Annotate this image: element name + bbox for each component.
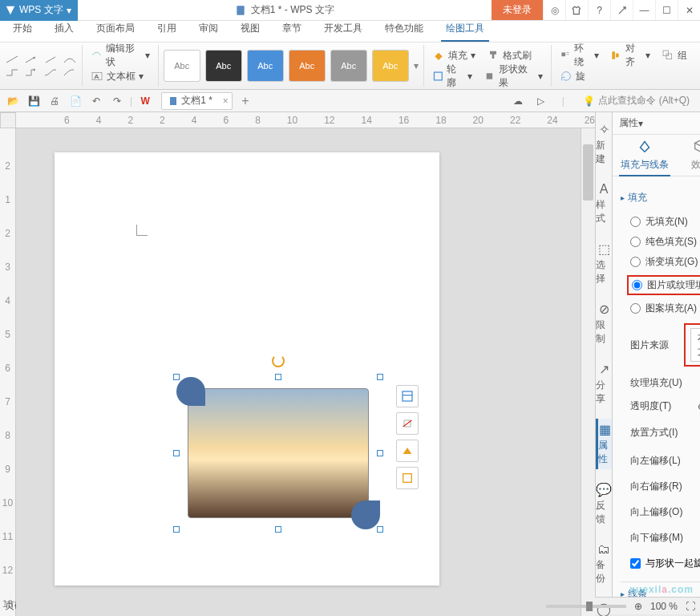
group-button[interactable]: 组 bbox=[658, 47, 690, 64]
zoom-value[interactable]: 100 % bbox=[650, 601, 678, 612]
preview-icon[interactable]: 📄 bbox=[67, 93, 83, 109]
quick-access-bar: 📂 💾 🖨 📄 ↶ ↷ | W 文档1 * × + ☁ ▷ | 💡 点此查找命令… bbox=[0, 90, 700, 112]
outline-button[interactable]: 轮廓 ▾ bbox=[429, 67, 476, 85]
menu-8[interactable]: 特色功能 bbox=[380, 18, 428, 42]
sidestrip-新建[interactable]: ✧新建 bbox=[596, 119, 612, 169]
resize-handle-tm[interactable] bbox=[275, 374, 281, 380]
resize-handle-ml[interactable] bbox=[173, 450, 180, 456]
resize-handle-mr[interactable] bbox=[377, 450, 383, 456]
fill-section-header[interactable]: ▸ 填充 bbox=[621, 183, 700, 212]
app-logo[interactable]: WPS 文字 ▾ bbox=[0, 0, 78, 21]
open-icon[interactable]: 📂 bbox=[5, 93, 21, 109]
close-button[interactable]: ✕ bbox=[678, 0, 700, 20]
line-section-header[interactable]: ▸ 线条 bbox=[621, 582, 700, 597]
style-yellow[interactable]: Abc bbox=[372, 50, 409, 82]
doc-icon bbox=[235, 5, 246, 16]
redo-icon[interactable]: ↷ bbox=[109, 93, 125, 109]
curved-arrow-icon[interactable] bbox=[63, 67, 77, 77]
resize-handle-tr[interactable] bbox=[377, 374, 383, 380]
horizontal-ruler[interactable]: 6422468101214161820222426 bbox=[16, 112, 595, 128]
sidestrip-限制[interactable]: ⊘限制 bbox=[596, 298, 612, 349]
outline-tool-icon[interactable] bbox=[396, 440, 419, 462]
login-button[interactable]: 未登录 bbox=[492, 0, 543, 20]
sidestrip-选择[interactable]: ⬚选择 bbox=[596, 238, 612, 289]
rotate-handle[interactable] bbox=[272, 355, 285, 367]
undo-icon[interactable]: ↶ bbox=[88, 93, 104, 109]
resize-handle-bl[interactable] bbox=[173, 526, 180, 533]
style-orange[interactable]: Abc bbox=[289, 50, 326, 82]
menu-0[interactable]: 开始 bbox=[8, 18, 37, 42]
vertical-scrollbar[interactable] bbox=[581, 128, 595, 616]
local-file-button[interactable]: 本地文件 bbox=[690, 328, 700, 362]
menu-2[interactable]: 页面布局 bbox=[91, 18, 140, 42]
print-icon[interactable]: 🖨 bbox=[47, 93, 63, 109]
sidestrip-反馈[interactable]: 💬反馈 bbox=[596, 479, 612, 529]
zoom-slider[interactable] bbox=[546, 605, 626, 608]
doublearrow-icon[interactable] bbox=[43, 55, 58, 64]
fill-tool-icon[interactable] bbox=[396, 412, 419, 435]
radio-pattern-fill[interactable]: 图案填充(A) bbox=[621, 298, 700, 318]
style-blue[interactable]: Abc bbox=[247, 50, 284, 82]
tab-effect[interactable]: 效果 bbox=[690, 134, 700, 176]
skin-icon[interactable] bbox=[565, 0, 588, 20]
maximize-button[interactable]: ☐ bbox=[655, 0, 678, 20]
textbox-button[interactable]: A 文本框 ▾ bbox=[87, 67, 153, 85]
radio-gradient-fill[interactable]: 渐变填充(G) bbox=[621, 252, 700, 272]
command-search[interactable]: 💡 点此查找命令 (Alt+Q) bbox=[577, 91, 695, 110]
align-button[interactable]: 对齐 ▾ bbox=[607, 47, 653, 64]
styles-more-icon[interactable]: ▾ bbox=[414, 60, 419, 71]
wrap-button[interactable]: 环绕 ▾ bbox=[556, 47, 603, 64]
effect-tool-icon[interactable] bbox=[396, 467, 419, 489]
elbow-arrow-icon[interactable] bbox=[24, 67, 38, 77]
sidestrip-备份[interactable]: 🗂备份 bbox=[596, 539, 612, 589]
style-white[interactable]: Abc bbox=[164, 50, 200, 82]
edit-shape-button[interactable]: 编辑形状 ▾ bbox=[87, 47, 153, 64]
zoom-in-icon[interactable]: ⊕ bbox=[634, 601, 642, 612]
document-tab[interactable]: 文档1 * × bbox=[161, 92, 233, 110]
fullscreen-icon[interactable]: ⛶ bbox=[686, 601, 695, 612]
curve-icon[interactable] bbox=[63, 55, 77, 64]
canvas[interactable] bbox=[16, 128, 581, 616]
curved-connector-icon[interactable] bbox=[43, 67, 58, 77]
sidestrip-分享[interactable]: ↗分享 bbox=[596, 359, 612, 409]
fill-button[interactable]: 填充 ▾ bbox=[429, 47, 479, 64]
share-icon[interactable]: ▷ bbox=[532, 93, 548, 109]
new-tab-icon[interactable]: + bbox=[237, 93, 253, 109]
radio-solid-fill[interactable]: 纯色填充(S) bbox=[621, 232, 700, 252]
menu-6[interactable]: 章节 bbox=[277, 18, 306, 42]
close-tab-icon[interactable]: × bbox=[223, 95, 229, 107]
menu-4[interactable]: 审阅 bbox=[194, 18, 223, 42]
pin-icon[interactable] bbox=[610, 0, 633, 20]
layout-options-icon[interactable] bbox=[396, 385, 419, 407]
resize-handle-tl[interactable] bbox=[173, 374, 180, 380]
sidestrip-样式[interactable]: A样式 bbox=[596, 179, 612, 229]
tab-fill-line[interactable]: 填充与线条 bbox=[619, 134, 670, 176]
format-painter-button[interactable]: 格式刷 bbox=[484, 47, 535, 64]
wps-home-icon[interactable]: W bbox=[137, 93, 153, 109]
help-icon[interactable]: ? bbox=[588, 0, 610, 20]
save-icon[interactable]: 💾 bbox=[26, 93, 42, 109]
rotate-button[interactable]: 旋 bbox=[556, 67, 589, 85]
arrow-icon[interactable] bbox=[24, 55, 38, 64]
sidestrip-属性[interactable]: ▦属性 bbox=[596, 419, 612, 469]
cloud-icon[interactable]: ☁ bbox=[510, 93, 526, 109]
style-gray[interactable]: Abc bbox=[330, 50, 367, 82]
radio-no-fill[interactable]: 无填充(N) bbox=[621, 212, 700, 232]
resize-handle-br[interactable] bbox=[377, 526, 383, 533]
radio-picture-fill[interactable]: 图片或纹理填充(P) bbox=[632, 278, 700, 292]
guide-icon[interactable]: ◎ bbox=[543, 0, 565, 20]
menu-5[interactable]: 视图 bbox=[236, 18, 265, 42]
menu-9[interactable]: 绘图工具 bbox=[441, 18, 489, 42]
menu-3[interactable]: 引用 bbox=[152, 18, 181, 42]
style-black[interactable]: Abc bbox=[205, 50, 242, 82]
menu-7[interactable]: 开发工具 bbox=[319, 18, 367, 42]
elbow-icon[interactable] bbox=[5, 67, 19, 77]
vertical-ruler[interactable]: 2123456789101112131415162022 bbox=[0, 128, 16, 616]
menu-1[interactable]: 插入 bbox=[50, 18, 79, 42]
minimize-button[interactable]: — bbox=[633, 0, 655, 20]
rotate-with-shape-checkbox[interactable]: 与形状一起旋转(W) bbox=[621, 550, 700, 577]
resize-handle-bm[interactable] bbox=[275, 526, 281, 533]
line-icon[interactable] bbox=[5, 55, 19, 64]
selected-shape[interactable] bbox=[176, 377, 380, 529]
shape-effect-button[interactable]: 形状效果 ▾ bbox=[480, 67, 545, 85]
